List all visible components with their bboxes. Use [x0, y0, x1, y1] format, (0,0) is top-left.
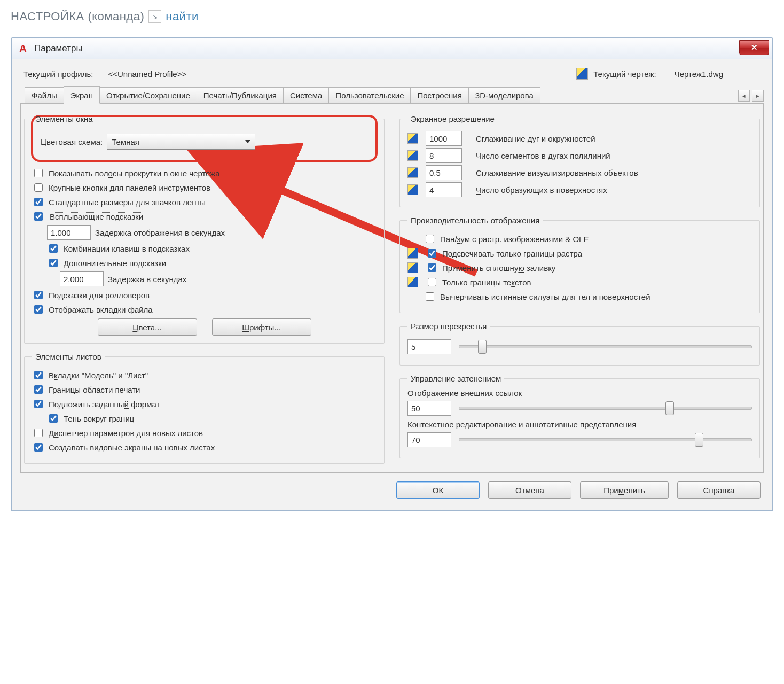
page-header: НАСТРОЙКА (команда) ↘ найти — [0, 0, 784, 30]
cb-paper-shadow[interactable]: Тень вокруг границ — [47, 413, 134, 424]
group-display-performance: Производительность отображения Пан/зум с… — [399, 216, 760, 313]
surf-label: Число образующих в поверхностях — [476, 185, 607, 195]
cb-ext-tooltips[interactable]: Дополнительные подсказки — [47, 257, 166, 269]
tab-files[interactable]: Файлы — [25, 87, 64, 103]
seg-input[interactable]: 8 — [426, 148, 462, 163]
group-window-elements: Элементы окна Цветовая схема: Темная Пок… — [24, 114, 385, 344]
cb-model-layout-tabs[interactable]: Вкладки "Модель" и "Лист" — [32, 369, 148, 381]
xref-fade-input[interactable]: 50 — [407, 401, 451, 416]
cb-shortcut-keys[interactable]: Комбинации клавиш в подсказках — [47, 243, 190, 254]
cb-paper-bg[interactable]: Подложить заданный формат — [32, 398, 160, 410]
slider-thumb[interactable] — [695, 433, 703, 447]
cb-print-area[interactable]: Границы области печати — [32, 384, 140, 395]
drawing-value: Чертеж1.dwg — [675, 69, 723, 79]
render-smooth-label: Сглаживание визуализированных объектов — [476, 168, 638, 177]
tabs: Файлы Экран Открытие/Сохранение Печать/П… — [20, 86, 764, 104]
cb-page-setup-mgr[interactable]: Диспетчер параметров для новых листов — [32, 427, 203, 439]
tab-display[interactable]: Экран — [64, 86, 100, 104]
slider-thumb[interactable] — [665, 401, 674, 415]
cb-text-boundary[interactable]: Только границы текстов — [426, 276, 531, 288]
cb-raster-frame[interactable]: Подсвечивать только границы растра — [426, 247, 582, 259]
tab-system[interactable]: Система — [283, 87, 329, 103]
apply-button[interactable]: Применить — [580, 481, 669, 499]
crosshair-size-input[interactable]: 5 — [407, 339, 451, 354]
colors-button[interactable]: Цвета... — [98, 318, 197, 336]
ext-delay-label: Задержка в секундах — [108, 275, 186, 284]
cb-ribbon-icons[interactable]: Стандартные размеры для значков ленты — [32, 196, 206, 208]
tabs-scroll-left[interactable]: ◂ — [738, 90, 750, 102]
ext-delay-input[interactable]: 2.000 — [60, 271, 104, 286]
group-res-legend: Экранное разрешение — [407, 114, 498, 123]
chevron-down-icon — [245, 140, 250, 143]
surf-input[interactable]: 4 — [426, 182, 462, 197]
dwg-icon — [407, 133, 418, 144]
group-layout-legend: Элементы листов — [32, 352, 105, 361]
group-crosshair-legend: Размер перекрестья — [407, 322, 490, 331]
cb-create-viewports[interactable]: Создавать видовые экраны на новых листах — [32, 441, 215, 453]
crosshair-slider[interactable] — [459, 341, 752, 352]
autocad-icon: A — [17, 43, 29, 55]
cb-tooltips[interactable]: Всплывающие подсказки — [32, 211, 144, 222]
cb-true-silhouettes[interactable]: Вычерчивать истинные силуэты для тел и п… — [424, 291, 650, 302]
dwg-icon — [407, 150, 418, 161]
arrow-down-right-icon[interactable]: ↘ — [148, 10, 161, 23]
profile-label: Текущий профиль: — [23, 69, 93, 79]
cb-scrollbars[interactable]: Показывать полосы прокрутки в окне черте… — [32, 167, 220, 179]
xref-fade-label: Отображение внешних ссылок — [407, 388, 752, 398]
inplace-fade-label: Контекстное редактирование и аннотативны… — [407, 420, 752, 429]
tab-plot[interactable]: Печать/Публикация — [197, 87, 284, 103]
profile-value: <<Unnamed Profile>> — [108, 69, 186, 79]
titlebar: A Параметры ✕ — [12, 38, 772, 59]
dialog-title: Параметры — [34, 43, 83, 54]
tab-open-save[interactable]: Открытие/Сохранение — [99, 87, 197, 103]
cb-rollover[interactable]: Подсказки для ролловеров — [32, 289, 150, 301]
close-button[interactable]: ✕ — [739, 40, 769, 55]
seg-label: Число сегментов в дугах полилиний — [476, 151, 610, 160]
group-perf-legend: Производительность отображения — [407, 216, 543, 225]
cb-file-tabs[interactable]: Отображать вкладки файла — [32, 304, 153, 315]
right-column: Экранное разрешение 1000Сглаживание дуг … — [399, 110, 760, 472]
inplace-fade-input[interactable]: 70 — [407, 432, 451, 447]
tooltip-delay-input[interactable]: 1.000 — [47, 225, 91, 240]
tab-drafting[interactable]: Построения — [410, 87, 468, 103]
arc-smooth-input[interactable]: 1000 — [426, 131, 462, 146]
group-display-resolution: Экранное разрешение 1000Сглаживание дуг … — [399, 114, 760, 207]
tooltip-delay-label: Задержка отображения в секундах — [95, 228, 225, 237]
cb-pan-zoom[interactable]: Пан/зум с растр. изображениями & OLE — [424, 233, 589, 245]
drawing-label: Текущий чертеж: — [593, 69, 656, 79]
help-button[interactable]: Справка — [677, 481, 761, 499]
left-column: Элементы окна Цветовая схема: Темная Пок… — [24, 110, 385, 472]
tab-3d[interactable]: 3D-моделирова — [468, 87, 540, 103]
group-window-legend: Элементы окна — [32, 114, 96, 123]
dwg-icon — [407, 167, 418, 178]
color-scheme-value: Темная — [112, 137, 139, 146]
group-fade: Управление затенением Отображение внешни… — [399, 374, 760, 458]
color-scheme-label: Цветовая схема: — [41, 137, 103, 146]
page-title: НАСТРОЙКА (команда) — [11, 10, 144, 24]
dwg-icon — [576, 68, 588, 80]
dialog-footer: ОК Отмена Применить Справка — [20, 473, 764, 501]
cancel-button[interactable]: Отмена — [488, 481, 571, 499]
tab-user[interactable]: Пользовательские — [328, 87, 411, 103]
render-smooth-input[interactable]: 0.5 — [426, 165, 462, 180]
group-crosshair: Размер перекрестья 5 — [399, 322, 760, 366]
dwg-icon — [407, 248, 418, 259]
fonts-button[interactable]: Шрифты... — [212, 318, 311, 336]
arc-smooth-label: Сглаживание дуг и окружностей — [476, 134, 595, 143]
tabs-scroll-right[interactable]: ▸ — [752, 90, 764, 102]
find-link[interactable]: найти — [166, 10, 199, 24]
inplace-fade-slider[interactable] — [459, 434, 752, 445]
options-dialog: A Параметры ✕ Текущий профиль: <<Unnamed… — [11, 37, 773, 511]
color-scheme-dropdown[interactable]: Темная — [107, 134, 255, 150]
group-layout-elements: Элементы листов Вкладки "Модель" и "Лист… — [24, 352, 385, 464]
cb-solid-fill[interactable]: Применить сплошную заливку — [426, 262, 555, 274]
cb-large-buttons[interactable]: Крупные кнопки для панелей инструментов — [32, 182, 210, 193]
dwg-icon — [407, 184, 418, 195]
ok-button[interactable]: ОК — [396, 481, 480, 499]
slider-thumb[interactable] — [478, 340, 487, 354]
xref-fade-slider[interactable] — [459, 403, 752, 414]
dwg-icon — [407, 277, 418, 287]
group-fade-legend: Управление затенением — [407, 374, 504, 383]
dwg-icon — [407, 262, 418, 273]
